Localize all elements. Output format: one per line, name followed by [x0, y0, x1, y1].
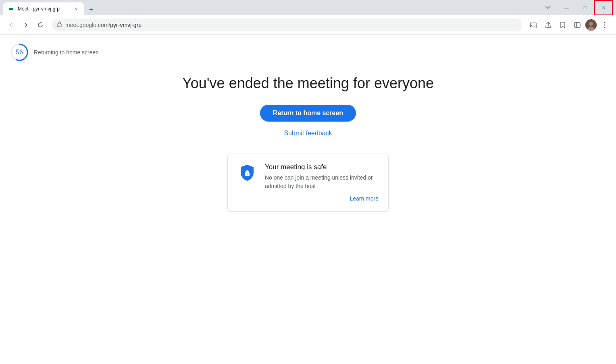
- tab-close-button[interactable]: ×: [73, 6, 79, 12]
- tab-dropdown-button[interactable]: [539, 0, 557, 15]
- bookmark-button[interactable]: [556, 19, 569, 31]
- shield-icon-wrap: [237, 163, 257, 184]
- safety-description: No one can join a meeting unless invited…: [265, 174, 379, 190]
- back-button[interactable]: [5, 19, 18, 31]
- browser-window: Meet - pyr-vmvj-grp × + — □ ✕ meet.: [0, 0, 616, 364]
- profile-button[interactable]: [585, 19, 597, 31]
- svg-point-7: [589, 22, 593, 26]
- tab-title: Meet - pyr-vmvj-grp: [18, 6, 69, 12]
- share-button[interactable]: [542, 19, 555, 31]
- menu-button[interactable]: [598, 19, 611, 31]
- lock-icon: [56, 21, 62, 29]
- safety-text-wrap: Your meeting is safe No one can join a m…: [265, 163, 379, 202]
- sidebar-button[interactable]: [571, 19, 584, 31]
- toolbar: meet.google.com/pyr-vmvj-grp: [0, 15, 616, 35]
- title-bar: Meet - pyr-vmvj-grp × + — □ ✕: [0, 0, 616, 15]
- toolbar-right: [527, 19, 611, 31]
- tab-favicon: [8, 6, 15, 12]
- new-tab-button[interactable]: +: [85, 4, 97, 15]
- svg-point-9: [604, 22, 606, 23]
- meeting-ended-title: You've ended the meeting for everyone: [182, 75, 434, 92]
- safety-card: Your meeting is safe No one can join a m…: [227, 153, 389, 212]
- tab-strip: Meet - pyr-vmvj-grp × +: [3, 0, 539, 15]
- shield-icon: [237, 163, 257, 182]
- address-url-path: pyr-vmvj-grp: [110, 22, 142, 28]
- address-bar[interactable]: meet.google.com/pyr-vmvj-grp: [52, 19, 522, 31]
- countdown-number: 56: [16, 49, 23, 56]
- svg-rect-2: [531, 23, 536, 27]
- active-tab[interactable]: Meet - pyr-vmvj-grp ×: [3, 2, 84, 15]
- svg-point-11: [604, 27, 606, 28]
- svg-rect-16: [247, 174, 248, 175]
- maximize-button[interactable]: □: [576, 0, 594, 15]
- learn-more-link[interactable]: Learn more: [265, 195, 379, 202]
- address-url-prefix: meet.google.com/: [65, 22, 110, 28]
- svg-rect-4: [574, 23, 580, 27]
- forward-button[interactable]: [19, 19, 32, 31]
- countdown-area: 56 Returning to home screen: [10, 43, 99, 62]
- countdown-label: Returning to home screen: [34, 49, 99, 56]
- return-home-button[interactable]: Return to home screen: [260, 105, 356, 122]
- submit-feedback-link[interactable]: Submit feedback: [284, 130, 332, 137]
- safety-title: Your meeting is safe: [265, 163, 379, 171]
- reload-button[interactable]: [34, 19, 47, 31]
- address-text: meet.google.com/pyr-vmvj-grp: [65, 22, 518, 28]
- svg-point-10: [604, 24, 606, 25]
- close-window-button[interactable]: ✕: [594, 0, 613, 15]
- page-content: 56 Returning to home screen You've ended…: [0, 35, 616, 364]
- countdown-circle: 56: [10, 43, 29, 62]
- cast-button[interactable]: [527, 19, 540, 31]
- svg-point-3: [536, 26, 537, 27]
- minimize-button[interactable]: —: [557, 0, 576, 15]
- svg-rect-1: [57, 24, 61, 27]
